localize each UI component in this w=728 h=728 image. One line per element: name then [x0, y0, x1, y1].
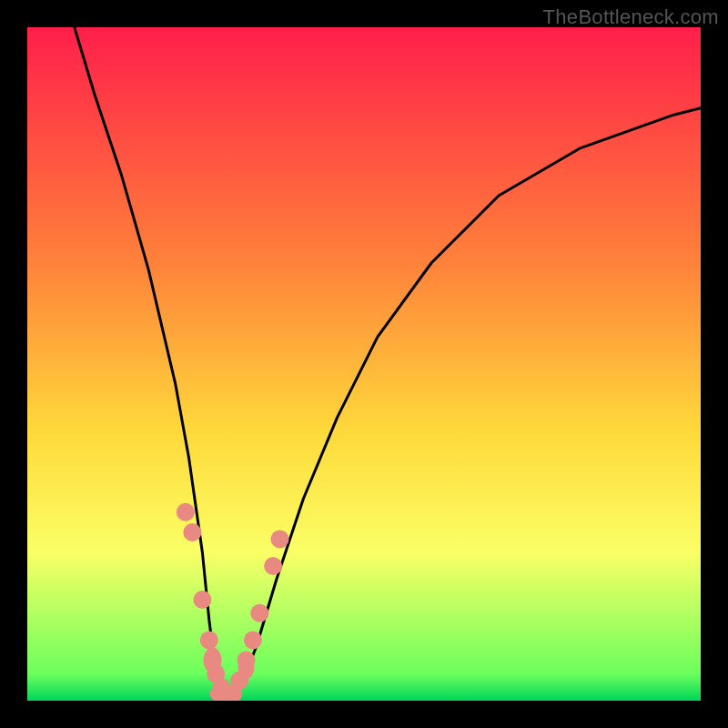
- svg-point-13: [264, 557, 282, 575]
- svg-point-14: [271, 530, 289, 548]
- svg-point-2: [183, 523, 201, 541]
- chart-plot-area: [27, 27, 701, 701]
- svg-point-1: [177, 503, 195, 521]
- svg-point-3: [193, 591, 211, 609]
- svg-point-4: [200, 631, 218, 649]
- svg-point-12: [250, 604, 268, 622]
- svg-point-16: [204, 648, 222, 673]
- watermark-text: TheBottleneck.com: [543, 5, 719, 29]
- chart-svg: [27, 27, 701, 701]
- svg-point-17: [238, 655, 255, 679]
- chart-frame: TheBottleneck.com: [0, 0, 728, 728]
- svg-point-11: [244, 631, 262, 649]
